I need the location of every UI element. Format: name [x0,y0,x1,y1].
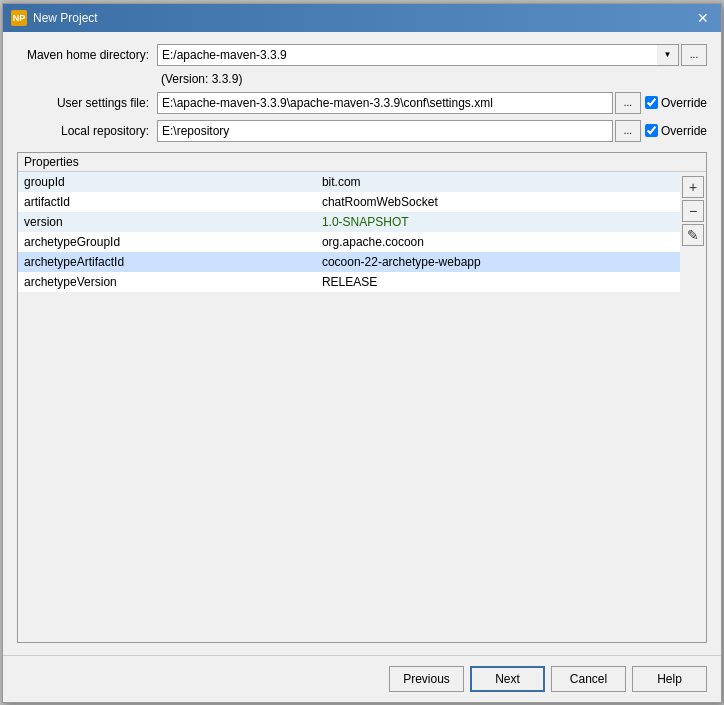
dialog-title: New Project [33,11,693,25]
local-repo-label: Local repository: [17,124,157,138]
user-settings-label: User settings file: [17,96,157,110]
user-settings-override-checkbox[interactable] [645,96,658,109]
user-settings-browse-btn[interactable]: ... [615,92,641,114]
chevron-down-icon: ▼ [664,50,672,59]
property-key: archetypeGroupId [18,232,316,252]
maven-version-text: (Version: 3.3.9) [161,72,707,86]
maven-home-dropdown-group: ▼ [157,44,679,66]
close-button[interactable]: ✕ [693,8,713,28]
table-row[interactable]: version1.0-SNAPSHOT [18,212,680,232]
maven-home-input[interactable] [157,44,657,66]
maven-home-browse-btn[interactable]: ... [681,44,707,66]
property-key: artifactId [18,192,316,212]
title-bar: NP New Project ✕ [3,4,721,32]
local-repo-override-text: Override [661,124,707,138]
user-settings-override-text: Override [661,96,707,110]
properties-table: groupIdbit.comartifactIdchatRoomWebSocke… [18,172,680,642]
dialog-footer: Previous Next Cancel Help [3,655,721,702]
property-key: version [18,212,316,232]
previous-button[interactable]: Previous [389,666,464,692]
table-row[interactable]: groupIdbit.com [18,172,680,192]
remove-property-btn[interactable]: − [682,200,704,222]
next-button[interactable]: Next [470,666,545,692]
local-repo-row: Local repository: ... Override [17,120,707,142]
cancel-button[interactable]: Cancel [551,666,626,692]
properties-table-container: groupIdbit.comartifactIdchatRoomWebSocke… [18,172,706,642]
property-value: chatRoomWebSocket [316,192,680,212]
local-repo-override-checkbox[interactable] [645,124,658,137]
dialog-icon: NP [11,10,27,26]
add-property-btn[interactable]: + [682,176,704,198]
user-settings-override-label: Override [645,96,707,110]
maven-home-input-group: ▼ ... [157,44,707,66]
local-repo-browse-btn[interactable]: ... [615,120,641,142]
maven-home-dropdown-btn[interactable]: ▼ [657,44,679,66]
properties-legend: Properties [18,153,706,172]
local-repo-override-label: Override [645,124,707,138]
user-settings-row: User settings file: ... Override [17,92,707,114]
local-repo-input-group: ... Override [157,120,707,142]
property-value: bit.com [316,172,680,192]
local-repo-input[interactable] [157,120,613,142]
user-settings-input[interactable] [157,92,613,114]
new-project-dialog: NP New Project ✕ Maven home directory: ▼… [2,3,722,703]
property-value: 1.0-SNAPSHOT [316,212,680,232]
property-key: groupId [18,172,316,192]
properties-table-element: groupIdbit.comartifactIdchatRoomWebSocke… [18,172,680,292]
user-settings-input-group: ... Override [157,92,707,114]
property-value: RELEASE [316,272,680,292]
help-button[interactable]: Help [632,666,707,692]
table-row[interactable]: archetypeGroupIdorg.apache.cocoon [18,232,680,252]
properties-action-buttons: + − ✎ [680,172,706,642]
table-row[interactable]: artifactIdchatRoomWebSocket [18,192,680,212]
property-value: cocoon-22-archetype-webapp [316,252,680,272]
dialog-content: Maven home directory: ▼ ... (Version: 3.… [3,32,721,655]
property-key: archetypeArtifactId [18,252,316,272]
table-row[interactable]: archetypeArtifactIdcocoon-22-archetype-w… [18,252,680,272]
property-key: archetypeVersion [18,272,316,292]
maven-home-label: Maven home directory: [17,48,157,62]
properties-group: Properties groupIdbit.comartifactIdchatR… [17,152,707,643]
table-row[interactable]: archetypeVersionRELEASE [18,272,680,292]
maven-home-row: Maven home directory: ▼ ... [17,44,707,66]
property-value: org.apache.cocoon [316,232,680,252]
edit-property-btn[interactable]: ✎ [682,224,704,246]
